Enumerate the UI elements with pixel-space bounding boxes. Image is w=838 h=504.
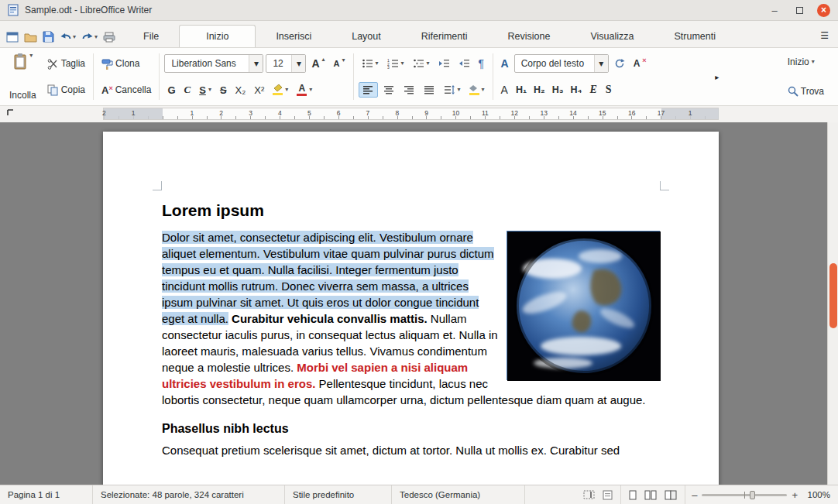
tab-revisione[interactable]: Revisione — [488, 26, 571, 47]
tab-strumenti[interactable]: Strumenti — [654, 26, 736, 47]
zoom-slider-handle[interactable] — [750, 491, 755, 499]
bold-button[interactable]: G — [164, 83, 178, 98]
increase-indent-button[interactable] — [435, 57, 453, 70]
zoom-level-label[interactable]: 100% — [804, 490, 838, 499]
undo-icon[interactable]: ▾ — [60, 32, 76, 42]
highlight-color-button[interactable]: ▾ — [270, 83, 291, 97]
superscript-button[interactable]: X² — [251, 83, 267, 98]
edit-style-button[interactable]: A× — [630, 57, 650, 70]
redo-icon[interactable]: ▾ — [81, 32, 98, 42]
font-name-combo[interactable]: Liberation Sans ▾ — [164, 54, 263, 73]
bullet-list-button[interactable]: ▾ — [359, 57, 382, 70]
line-spacing-button[interactable]: ▾ — [441, 83, 464, 97]
heading2-style-button[interactable]: H₂ — [531, 83, 548, 97]
outline-list-dropdown-icon[interactable]: ▾ — [427, 60, 430, 67]
line-spacing-dropdown-icon[interactable]: ▾ — [458, 87, 461, 93]
strikethrough-button[interactable]: S — [217, 83, 230, 98]
paragraph-background-button[interactable]: ▾ — [466, 84, 488, 97]
paste-button[interactable]: ▾ Incolla — [5, 51, 41, 102]
paragraph-style-combo[interactable]: Corpo del testo ▾ — [514, 54, 609, 73]
close-button[interactable]: × — [817, 4, 830, 17]
ruler-track[interactable]: 2112345678910111213141516171 — [103, 108, 719, 120]
single-page-view-icon[interactable] — [629, 490, 637, 500]
selected-text[interactable]: Dolor sit amet, consectetur adipiscing e… — [162, 231, 494, 325]
zoom-control: – + — [685, 489, 804, 501]
heading4-style-button[interactable]: H₄ — [568, 83, 585, 97]
heading3-style-button[interactable]: H₃ — [550, 83, 566, 97]
copy-button[interactable]: Copia — [44, 78, 88, 101]
bullet-list-dropdown-icon[interactable]: ▾ — [376, 60, 379, 67]
zoom-out-button[interactable]: – — [692, 489, 697, 501]
zoom-slider[interactable] — [702, 494, 787, 496]
decrease-font-size-button[interactable]: A▾ — [331, 57, 349, 70]
document-modified-icon[interactable] — [603, 490, 613, 500]
undo-dropdown-icon[interactable]: ▾ — [73, 34, 76, 40]
book-view-icon[interactable] — [665, 490, 677, 500]
multi-page-view-icon[interactable] — [644, 490, 657, 500]
tab-stop-selector-icon[interactable] — [6, 108, 15, 117]
page-count-status[interactable]: Pagina 1 di 1 — [0, 485, 93, 504]
italic-button[interactable]: C — [181, 82, 194, 98]
open-file-icon[interactable] — [24, 32, 37, 43]
emphasis-style-button[interactable]: E — [586, 82, 599, 98]
maximize-button[interactable] — [792, 3, 806, 17]
align-justify-button[interactable] — [421, 83, 438, 97]
toolbar-overflow-icon[interactable]: ▸ — [713, 73, 720, 81]
redo-dropdown-icon[interactable]: ▾ — [94, 34, 98, 40]
section-menu-dropdown-icon[interactable]: ▾ — [812, 59, 815, 65]
tab-inserisci[interactable]: Inserisci — [256, 26, 331, 47]
paste-dropdown-icon[interactable]: ▾ — [29, 53, 33, 59]
tab-riferimenti[interactable]: Riferimenti — [401, 26, 488, 47]
document-paragraph2[interactable]: Consequat pretium scelerisque sit amet, … — [162, 442, 660, 458]
section-menu-button[interactable]: Inizio ▾ — [785, 53, 818, 71]
numbered-list-button[interactable]: 123 ▾ — [384, 57, 407, 70]
numbered-list-dropdown-icon[interactable]: ▾ — [401, 60, 404, 67]
tab-visualizza[interactable]: Visualizza — [570, 26, 654, 47]
increase-font-size-button[interactable]: A▴ — [308, 56, 328, 71]
bold-sentence[interactable]: Curabitur vehicula convallis mattis. — [232, 312, 428, 325]
formatting-marks-button[interactable]: ¶ — [476, 56, 488, 71]
font-size-combo[interactable]: 12 ▾ — [266, 54, 306, 73]
decrease-indent-button[interactable] — [455, 57, 473, 70]
document-paragraph1[interactable]: Dolor sit amet, consectetur adipiscing e… — [162, 229, 660, 408]
zoom-in-button[interactable]: + — [792, 489, 798, 501]
align-right-button[interactable] — [400, 83, 418, 97]
print-icon[interactable] — [103, 32, 115, 43]
highlight-dropdown-icon[interactable]: ▾ — [285, 87, 288, 93]
page-style-status[interactable]: Stile predefinito — [285, 485, 392, 504]
heading1-style-button[interactable]: H₁ — [513, 83, 529, 97]
paragraph-style-dropdown-icon[interactable]: ▾ — [594, 55, 608, 72]
language-status[interactable]: Tedesco (Germania) — [392, 485, 525, 504]
font-size-dropdown-icon[interactable]: ▾ — [291, 55, 305, 72]
earth-image[interactable] — [507, 231, 660, 380]
find-button[interactable]: Trova — [785, 82, 827, 101]
tab-layout[interactable]: Layout — [331, 26, 401, 47]
underline-button[interactable]: S▾ — [196, 83, 215, 98]
menubar-toggle-icon[interactable] — [6, 32, 19, 43]
update-style-button[interactable] — [611, 57, 628, 70]
cut-button[interactable]: Taglia — [44, 52, 88, 75]
clone-formatting-button[interactable]: Clona — [98, 52, 154, 75]
font-color-dropdown-icon[interactable]: ▾ — [309, 87, 312, 93]
minimize-button[interactable]: – — [768, 3, 781, 17]
save-icon[interactable] — [43, 31, 54, 43]
no-character-style-button[interactable]: A — [498, 82, 511, 98]
vertical-scrollbar[interactable] — [827, 122, 838, 485]
font-color-button[interactable]: A ▾ — [294, 82, 315, 98]
clear-formatting-button[interactable]: A× Cancella — [98, 78, 154, 101]
align-center-button[interactable] — [380, 83, 398, 97]
outline-list-button[interactable]: ▾ — [410, 57, 433, 70]
hamburger-menu-icon[interactable]: ☰ — [820, 30, 838, 47]
page[interactable]: Lorem ipsum — [103, 132, 719, 485]
font-name-dropdown-icon[interactable]: ▾ — [249, 55, 263, 72]
word-count-status[interactable]: Selezionate: 48 parole, 324 caratteri — [93, 485, 285, 504]
align-left-button[interactable] — [359, 82, 378, 98]
underline-dropdown-icon[interactable]: ▾ — [208, 87, 211, 93]
selection-mode-icon[interactable] — [583, 490, 595, 499]
subscript-button[interactable]: X₂ — [232, 83, 249, 98]
strong-style-button[interactable]: S — [603, 82, 615, 98]
scrollbar-thumb[interactable] — [829, 263, 837, 328]
tab-file[interactable]: File — [123, 26, 179, 47]
tab-inizio[interactable]: Inizio — [179, 25, 256, 47]
paragraph-background-dropdown-icon[interactable]: ▾ — [482, 87, 485, 93]
